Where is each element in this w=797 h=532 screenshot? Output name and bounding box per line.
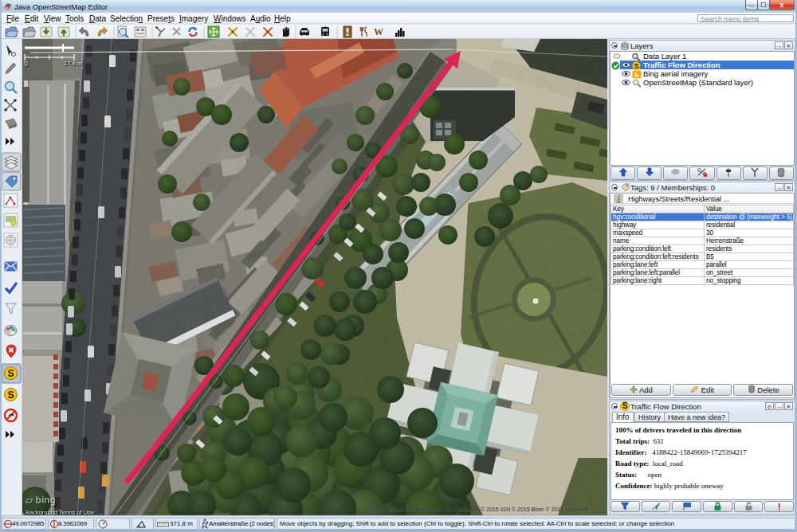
- svg-text:S: S: [634, 61, 638, 69]
- svg-text:S: S: [7, 389, 14, 401]
- svg-text:S: S: [622, 401, 628, 410]
- svg-text:S: S: [7, 368, 14, 379]
- svg-text:b: b: [634, 70, 638, 78]
- svg-text:W: W: [374, 26, 383, 37]
